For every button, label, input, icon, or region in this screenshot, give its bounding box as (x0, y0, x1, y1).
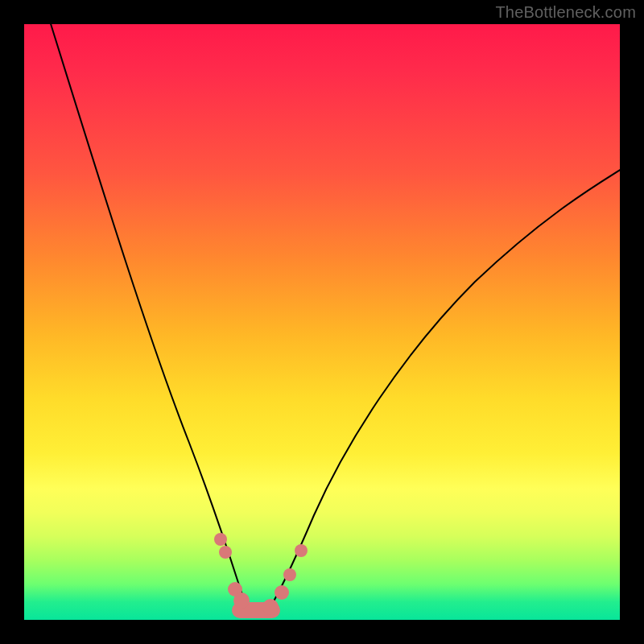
marker-dot (219, 546, 232, 559)
curves-svg (24, 24, 620, 620)
marker-dot (214, 533, 227, 546)
marker-dot (275, 585, 289, 600)
marker-dot (283, 568, 296, 581)
marker-dot (233, 592, 250, 609)
marker-dot (295, 544, 308, 557)
watermark-text: TheBottleneck.com (495, 3, 636, 22)
plot-area (24, 24, 620, 620)
marker-dot (262, 599, 279, 615)
left-curve (48, 24, 254, 617)
right-curve (264, 169, 620, 617)
chart-frame: TheBottleneck.com (0, 0, 644, 644)
